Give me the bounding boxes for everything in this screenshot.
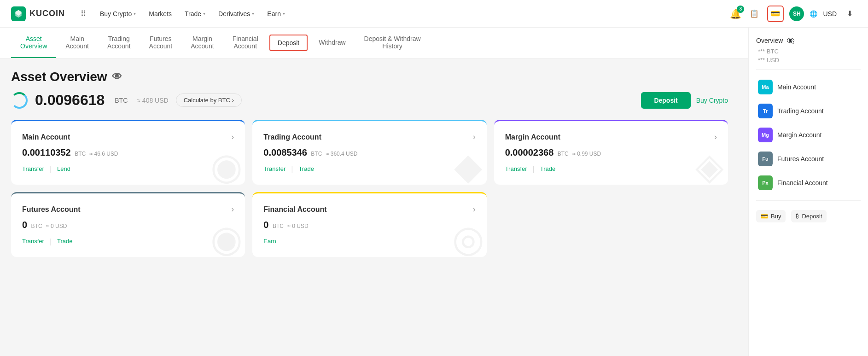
subnav-main-account[interactable]: Main Account (56, 28, 98, 58)
card-btc-unit: BTC (558, 151, 569, 157)
card-amount: 0 (263, 220, 268, 230)
trade-link[interactable]: Trade (57, 238, 72, 246)
nav-trade[interactable]: Trade ▾ (179, 6, 211, 21)
header: KUCOIN ⠿ Buy Crypto ▾ Markets Trade ▾ De… (0, 0, 868, 28)
nav-earn[interactable]: Earn ▾ (262, 6, 291, 21)
margin-account-avatar: Mg (758, 128, 773, 142)
sidebar-overview-label: Overview (756, 37, 783, 44)
balance-row: 0.0096618 BTC ≈ 408 USD Calculate by BTC… (11, 92, 728, 109)
btc-icon: ₿ (796, 213, 799, 220)
sidebar-main-account-label: Main Account (777, 83, 816, 91)
trading-account-card: Trading Account › 0.0085346 BTC ≈ 360.4 … (252, 120, 486, 185)
chevron-down-icon: ▾ (283, 11, 285, 16)
lend-link[interactable]: Lend (57, 165, 70, 174)
sidebar-balance-btc: *** BTC (756, 48, 861, 55)
wallet-icon-highlighted[interactable]: 💳 (767, 6, 784, 22)
subnav: Asset Overview Main Account Trading Acco… (0, 28, 868, 58)
subnav-asset-overview[interactable]: Asset Overview (11, 28, 56, 58)
trade-link[interactable]: Trade (298, 165, 314, 174)
balance-amount: 0.0096618 (35, 92, 105, 109)
subnav-financial-account[interactable]: Financial Account (223, 28, 268, 58)
buy-crypto-button[interactable]: Buy Crypto (696, 97, 728, 104)
nav-markets[interactable]: Markets (143, 6, 177, 21)
subnav-trading-account[interactable]: Trading Account (98, 28, 140, 58)
financial-account-card: Financial Account › 0 BTC ≈ 0 USD Earn ◎ (252, 192, 486, 257)
sidebar-main-account[interactable]: Ma Main Account (756, 75, 861, 99)
card-title: Futures Account (22, 205, 81, 214)
nav-derivatives[interactable]: Derivatives ▾ (213, 6, 260, 21)
content-area: Asset Overview 👁 0.0096618 BTC ≈ 408 USD… (11, 70, 857, 257)
calculate-by-btc-button[interactable]: Calculate by BTC › (176, 93, 242, 107)
main-content: Asset Overview 👁 0.0096618 BTC ≈ 408 USD… (0, 58, 868, 268)
card-watermark: ◎ (441, 211, 487, 257)
sidebar-panel: Overview 👁‍🗨 *** BTC *** USD Ma Main Acc… (748, 28, 868, 268)
logo-text: KUCOIN (29, 9, 65, 18)
margin-account-card: Margin Account › 0.00002368 BTC ≈ 0.99 U… (494, 120, 728, 185)
futures-account-avatar: Fu (758, 152, 773, 166)
transfer-link[interactable]: Transfer (263, 165, 285, 174)
subnav-margin-account[interactable]: Margin Account (181, 28, 223, 58)
notification-button[interactable]: 🔔 8 (730, 8, 741, 19)
divider (756, 69, 861, 70)
subnav-deposit-withdraw-history[interactable]: Deposit & Withdraw History (355, 28, 430, 58)
sidebar-margin-account[interactable]: Mg Margin Account (756, 123, 861, 147)
chevron-down-icon: ▾ (203, 11, 205, 16)
card-amount: 0 (22, 220, 27, 230)
trade-link[interactable]: Trade (540, 165, 555, 174)
sidebar-buy-button[interactable]: 💳 Buy (756, 210, 786, 222)
card-title: Main Account (22, 133, 70, 141)
card-btc-unit: BTC (31, 223, 42, 229)
subnav-withdraw[interactable]: Withdraw (309, 31, 355, 54)
visibility-toggle-icon[interactable]: 👁 (112, 71, 122, 83)
card-title: Financial Account (263, 205, 326, 214)
currency-selector[interactable]: USD (823, 10, 837, 18)
sidebar-futures-account-label: Futures Account (777, 155, 824, 163)
hide-balance-icon[interactable]: 👁‍🗨 (786, 37, 794, 44)
nav-buy-crypto[interactable]: Buy Crypto ▾ (94, 6, 141, 21)
balance-btc-unit: BTC (115, 97, 128, 104)
visa-icon: 💳 (761, 213, 768, 220)
subnav-deposit[interactable]: Deposit (269, 35, 308, 51)
sidebar-deposit-button[interactable]: ₿ Deposit (791, 210, 827, 222)
language-selector[interactable]: 🌐 (810, 10, 817, 18)
card-usd: ≈ 0 USD (46, 223, 67, 229)
transfer-link[interactable]: Transfer (22, 165, 44, 174)
card-amount: 0.00002368 (505, 147, 554, 158)
grid-menu-icon[interactable]: ⠿ (76, 6, 91, 21)
card-watermark: ◉ (199, 211, 245, 257)
chevron-down-icon: ▾ (134, 11, 136, 16)
notification-badge: 8 (737, 6, 744, 13)
card-watermark: ◉ (199, 139, 245, 185)
chevron-right-icon: › (232, 97, 234, 104)
earn-link[interactable]: Earn (263, 238, 276, 245)
sidebar-trading-account[interactable]: Tr Trading Account (756, 99, 861, 123)
sidebar-financial-account-label: Financial Account (777, 179, 828, 187)
action-buttons: Deposit Buy Crypto (641, 92, 728, 109)
card-usd: ≈ 360.4 USD (326, 151, 358, 157)
sidebar-margin-account-label: Margin Account (777, 131, 822, 139)
main-nav: Buy Crypto ▾ Markets Trade ▾ Derivatives… (94, 6, 730, 21)
logo[interactable]: KUCOIN (11, 6, 65, 21)
transfer-link[interactable]: Transfer (22, 238, 44, 246)
sidebar-overview: Overview 👁‍🗨 (756, 37, 861, 44)
header-right: 🔔 8 📋 💳 SH 🌐 USD ⬇ (730, 6, 857, 22)
sidebar-financial-account[interactable]: Px Financial Account (756, 171, 861, 195)
subnav-futures-account[interactable]: Futures Account (140, 28, 182, 58)
card-usd: ≈ 0.99 USD (572, 151, 601, 157)
card-amount: 0.00110352 (22, 147, 71, 158)
deposit-button[interactable]: Deposit (641, 92, 690, 109)
card-btc-unit: BTC (75, 151, 86, 157)
document-icon[interactable]: 📋 (747, 6, 762, 21)
transfer-link[interactable]: Transfer (505, 165, 527, 174)
avatar[interactable]: SH (789, 6, 804, 21)
trading-account-avatar: Tr (758, 104, 773, 118)
balance-usd: ≈ 408 USD (137, 97, 168, 104)
divider (756, 200, 861, 201)
download-icon[interactable]: ⬇ (842, 6, 857, 21)
card-watermark: ◆ (441, 139, 487, 185)
card-btc-unit: BTC (273, 223, 284, 229)
futures-account-card: Futures Account › 0 BTC ≈ 0 USD Transfer… (11, 192, 245, 257)
account-cards-grid: Main Account › 0.00110352 BTC ≈ 46.6 USD… (11, 120, 728, 257)
financial-account-avatar: Px (758, 175, 773, 190)
sidebar-futures-account[interactable]: Fu Futures Account (756, 147, 861, 171)
